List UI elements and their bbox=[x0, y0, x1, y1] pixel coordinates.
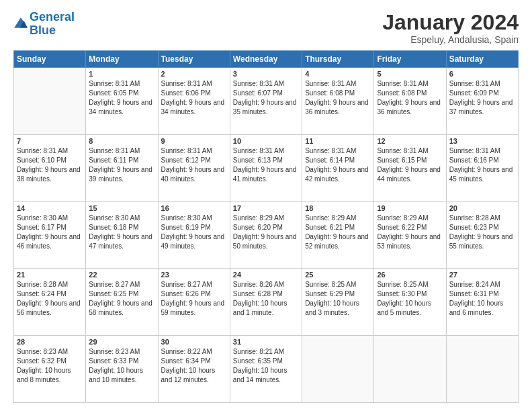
day-info: Sunrise: 8:30 AM Sunset: 6:19 PM Dayligh… bbox=[161, 214, 227, 251]
daylight-label: Daylight: 9 hours and 52 minutes. bbox=[305, 233, 369, 250]
day-info: Sunrise: 8:22 AM Sunset: 6:34 PM Dayligh… bbox=[161, 347, 227, 385]
day-info: Sunrise: 8:30 AM Sunset: 6:18 PM Dayligh… bbox=[89, 214, 154, 251]
sunset-label: Sunset: 6:32 PM bbox=[17, 357, 66, 365]
day-number: 26 bbox=[377, 271, 443, 279]
sunrise-label: Sunrise: 8:31 AM bbox=[233, 147, 284, 154]
daylight-label: Daylight: 10 hours and 12 minutes. bbox=[161, 367, 216, 383]
day-info: Sunrise: 8:31 AM Sunset: 6:06 PM Dayligh… bbox=[161, 79, 227, 117]
day-number: 24 bbox=[233, 271, 299, 279]
day-number: 14 bbox=[17, 204, 83, 212]
table-row: 3 Sunrise: 8:31 AM Sunset: 6:07 PM Dayli… bbox=[230, 68, 302, 135]
day-number: 23 bbox=[161, 271, 227, 279]
table-row: 1 Sunrise: 8:31 AM Sunset: 6:05 PM Dayli… bbox=[86, 68, 158, 135]
day-number: 20 bbox=[449, 204, 515, 212]
sunrise-label: Sunrise: 8:26 AM bbox=[233, 281, 284, 288]
sunset-label: Sunset: 6:17 PM bbox=[17, 224, 66, 231]
day-number: 22 bbox=[89, 271, 154, 279]
sunset-label: Sunset: 6:06 PM bbox=[161, 89, 211, 97]
sunrise-label: Sunrise: 8:29 AM bbox=[305, 214, 356, 222]
table-row: 12 Sunrise: 8:31 AM Sunset: 6:15 PM Dayl… bbox=[374, 134, 446, 201]
day-number: 1 bbox=[89, 70, 154, 78]
day-info: Sunrise: 8:31 AM Sunset: 6:11 PM Dayligh… bbox=[89, 146, 154, 184]
header-friday: Friday bbox=[374, 51, 446, 68]
day-info: Sunrise: 8:31 AM Sunset: 6:13 PM Dayligh… bbox=[233, 146, 299, 184]
day-info: Sunrise: 8:29 AM Sunset: 6:22 PM Dayligh… bbox=[377, 214, 443, 251]
sunset-label: Sunset: 6:22 PM bbox=[377, 224, 427, 231]
daylight-label: Daylight: 9 hours and 36 minutes. bbox=[305, 99, 369, 116]
daylight-label: Daylight: 9 hours and 53 minutes. bbox=[377, 233, 441, 250]
sunset-label: Sunset: 6:14 PM bbox=[305, 156, 355, 164]
sunset-label: Sunset: 6:26 PM bbox=[161, 290, 211, 298]
sunrise-label: Sunrise: 8:31 AM bbox=[305, 80, 356, 87]
day-number: 21 bbox=[17, 271, 83, 279]
table-row bbox=[446, 336, 518, 403]
sunset-label: Sunset: 6:05 PM bbox=[89, 89, 138, 97]
day-number: 12 bbox=[377, 137, 443, 145]
calendar-row-2: 14 Sunrise: 8:30 AM Sunset: 6:17 PM Dayl… bbox=[14, 201, 519, 269]
sunrise-label: Sunrise: 8:30 AM bbox=[89, 214, 140, 222]
sunrise-label: Sunrise: 8:31 AM bbox=[17, 147, 68, 154]
table-row: 5 Sunrise: 8:31 AM Sunset: 6:08 PM Dayli… bbox=[374, 68, 446, 135]
table-row: 29 Sunrise: 8:23 AM Sunset: 6:33 PM Dayl… bbox=[86, 336, 158, 403]
day-info: Sunrise: 8:31 AM Sunset: 6:07 PM Dayligh… bbox=[233, 79, 299, 117]
sunrise-label: Sunrise: 8:31 AM bbox=[305, 147, 356, 154]
table-row: 21 Sunrise: 8:28 AM Sunset: 6:24 PM Dayl… bbox=[14, 269, 86, 336]
sunset-label: Sunset: 6:28 PM bbox=[233, 290, 283, 298]
sunset-label: Sunset: 6:24 PM bbox=[17, 290, 66, 298]
sunrise-label: Sunrise: 8:31 AM bbox=[449, 80, 500, 87]
daylight-label: Daylight: 10 hours and 8 minutes. bbox=[17, 367, 71, 383]
daylight-label: Daylight: 9 hours and 41 minutes. bbox=[233, 166, 297, 183]
day-info: Sunrise: 8:31 AM Sunset: 6:14 PM Dayligh… bbox=[305, 146, 371, 184]
day-number: 19 bbox=[377, 204, 443, 212]
day-info: Sunrise: 8:31 AM Sunset: 6:09 PM Dayligh… bbox=[449, 79, 515, 117]
day-number: 25 bbox=[305, 271, 371, 279]
day-info: Sunrise: 8:27 AM Sunset: 6:26 PM Dayligh… bbox=[161, 280, 227, 318]
daylight-label: Daylight: 9 hours and 38 minutes. bbox=[17, 166, 81, 183]
table-row bbox=[14, 68, 86, 135]
daylight-label: Daylight: 9 hours and 46 minutes. bbox=[17, 233, 81, 250]
day-info: Sunrise: 8:25 AM Sunset: 6:30 PM Dayligh… bbox=[377, 280, 443, 318]
table-row: 6 Sunrise: 8:31 AM Sunset: 6:09 PM Dayli… bbox=[446, 68, 518, 135]
daylight-label: Daylight: 9 hours and 39 minutes. bbox=[89, 166, 152, 183]
table-row: 22 Sunrise: 8:27 AM Sunset: 6:25 PM Dayl… bbox=[86, 269, 158, 336]
day-info: Sunrise: 8:29 AM Sunset: 6:20 PM Dayligh… bbox=[233, 214, 299, 251]
sunset-label: Sunset: 6:33 PM bbox=[89, 357, 138, 365]
day-info: Sunrise: 8:27 AM Sunset: 6:25 PM Dayligh… bbox=[89, 280, 154, 318]
day-info: Sunrise: 8:21 AM Sunset: 6:35 PM Dayligh… bbox=[233, 347, 299, 385]
day-number: 2 bbox=[161, 70, 227, 78]
header: General Blue January 2024 Espeluy, Andal… bbox=[13, 11, 519, 45]
sunrise-label: Sunrise: 8:31 AM bbox=[449, 147, 500, 154]
sunset-label: Sunset: 6:31 PM bbox=[449, 290, 499, 298]
day-info: Sunrise: 8:28 AM Sunset: 6:24 PM Dayligh… bbox=[17, 280, 83, 318]
daylight-label: Daylight: 9 hours and 59 minutes. bbox=[161, 300, 225, 316]
daylight-label: Daylight: 10 hours and 6 minutes. bbox=[449, 300, 504, 316]
table-row: 28 Sunrise: 8:23 AM Sunset: 6:32 PM Dayl… bbox=[14, 336, 86, 403]
sunrise-label: Sunrise: 8:31 AM bbox=[377, 147, 428, 154]
calendar-row-0: 1 Sunrise: 8:31 AM Sunset: 6:05 PM Dayli… bbox=[14, 68, 519, 135]
day-info: Sunrise: 8:31 AM Sunset: 6:15 PM Dayligh… bbox=[377, 146, 443, 184]
sunrise-label: Sunrise: 8:22 AM bbox=[161, 348, 212, 355]
location: Espeluy, Andalusia, Spain bbox=[382, 34, 519, 45]
day-info: Sunrise: 8:31 AM Sunset: 6:08 PM Dayligh… bbox=[305, 79, 371, 117]
day-info: Sunrise: 8:30 AM Sunset: 6:17 PM Dayligh… bbox=[17, 214, 83, 251]
day-number: 16 bbox=[161, 204, 227, 212]
table-row: 11 Sunrise: 8:31 AM Sunset: 6:14 PM Dayl… bbox=[302, 134, 374, 201]
sunrise-label: Sunrise: 8:31 AM bbox=[89, 147, 140, 154]
day-info: Sunrise: 8:26 AM Sunset: 6:28 PM Dayligh… bbox=[233, 280, 299, 318]
sunrise-label: Sunrise: 8:31 AM bbox=[233, 80, 284, 87]
daylight-label: Daylight: 9 hours and 49 minutes. bbox=[161, 233, 225, 250]
sunrise-label: Sunrise: 8:25 AM bbox=[305, 281, 356, 288]
sunrise-label: Sunrise: 8:23 AM bbox=[17, 348, 68, 355]
sunset-label: Sunset: 6:21 PM bbox=[305, 224, 355, 231]
title-block: January 2024 Espeluy, Andalusia, Spain bbox=[382, 11, 519, 45]
header-saturday: Saturday bbox=[446, 51, 518, 68]
sunset-label: Sunset: 6:13 PM bbox=[233, 156, 283, 164]
daylight-label: Daylight: 10 hours and 14 minutes. bbox=[233, 367, 287, 383]
sunrise-label: Sunrise: 8:24 AM bbox=[449, 281, 500, 288]
calendar-row-3: 21 Sunrise: 8:28 AM Sunset: 6:24 PM Dayl… bbox=[14, 269, 519, 336]
daylight-label: Daylight: 9 hours and 40 minutes. bbox=[161, 166, 225, 183]
table-row: 14 Sunrise: 8:30 AM Sunset: 6:17 PM Dayl… bbox=[14, 201, 86, 269]
sunrise-label: Sunrise: 8:31 AM bbox=[161, 147, 212, 154]
header-monday: Monday bbox=[86, 51, 158, 68]
sunset-label: Sunset: 6:15 PM bbox=[377, 156, 427, 164]
